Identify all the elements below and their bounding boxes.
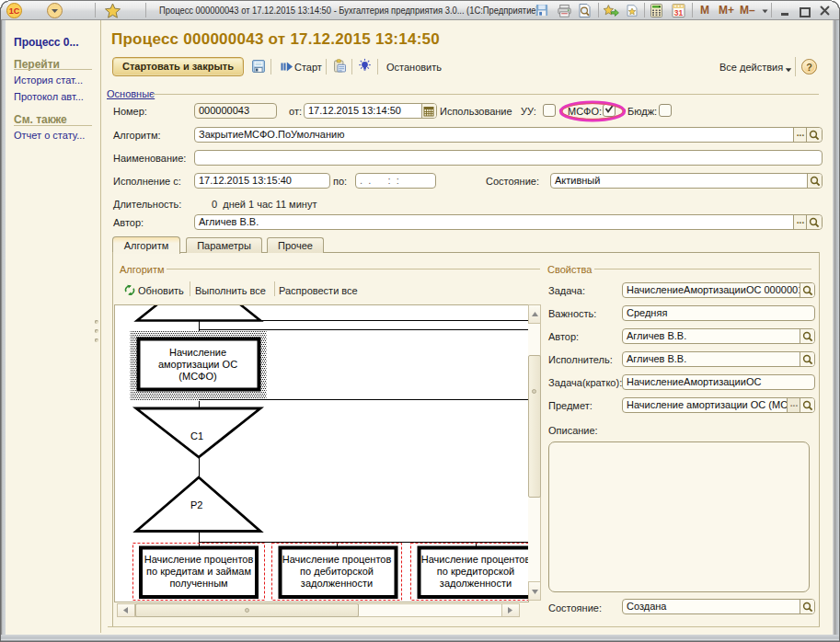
svg-text:задолженности: задолженности: [440, 578, 512, 589]
svg-text:1С: 1С: [9, 6, 20, 16]
svg-text:амортизации ОС: амортизации ОС: [158, 359, 237, 370]
svg-text:?: ?: [806, 62, 812, 73]
svg-text:полученным: полученным: [169, 578, 227, 589]
svg-text:по кредитам и займам: по кредитам и займам: [146, 566, 251, 577]
svg-text:задолженности: задолженности: [301, 578, 373, 589]
svg-text:С1: С1: [190, 430, 203, 441]
svg-text:по дебиторской: по дебиторской: [300, 566, 374, 577]
svg-text:Начисление процентов: Начисление процентов: [144, 554, 254, 565]
svg-text:по кредиторской: по кредиторской: [437, 566, 514, 577]
svg-text:(МСФО): (МСФО): [178, 371, 216, 382]
svg-text:Начисление: Начисление: [169, 347, 226, 358]
svg-text:31: 31: [674, 8, 684, 17]
svg-text:Начисление процентов: Начисление процентов: [282, 554, 392, 565]
svg-text:Р2: Р2: [190, 499, 202, 510]
svg-text:Начисление процентов: Начисление процентов: [421, 554, 528, 565]
